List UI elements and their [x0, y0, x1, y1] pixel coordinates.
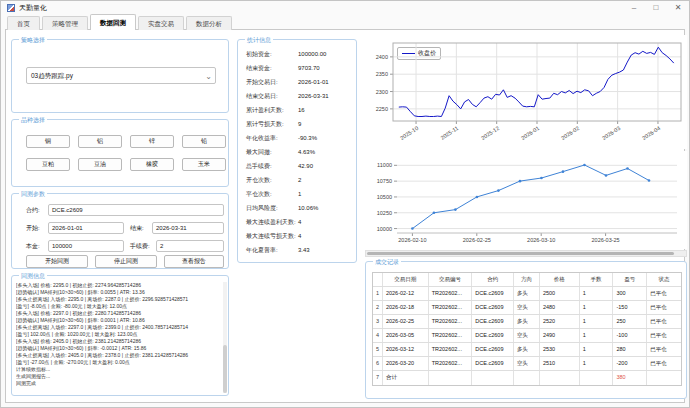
stat-row: 年化夏普率:3.43: [246, 246, 352, 260]
table-cell: 1: [580, 301, 614, 314]
stat-row: 开始交易日:2026-01-01: [246, 78, 352, 92]
table-cell: 250: [613, 315, 647, 328]
table-cell: [540, 371, 580, 385]
table-header-cell: 手数: [580, 273, 614, 286]
tab-live[interactable]: 实盘交易: [138, 16, 184, 30]
table-row[interactable]: 7合计380: [373, 371, 681, 385]
fee-input[interactable]: 2: [156, 240, 224, 252]
start-date-input[interactable]: 2026-01-01: [48, 222, 124, 234]
strategy-panel: 策略选择 03趋势跟踪.py ⌄: [11, 39, 229, 113]
table-cell: 2026-03-05: [383, 329, 429, 342]
table-cell: TR202602...: [429, 343, 473, 356]
y-tick-label: 10500: [365, 194, 392, 200]
variety-button-zinc[interactable]: 锌: [130, 135, 174, 148]
backtest-log[interactable]: [多头入场] 价格: 2295.0 | 初始止损: 2274.964285714…: [16, 282, 223, 393]
table-cell: TR202602...: [429, 301, 473, 314]
variety-panel: 品种选择 铜铝锌铅豆粕豆油橡胶玉米: [11, 119, 229, 187]
variety-button-soybean-meal[interactable]: 豆粕: [26, 158, 70, 171]
table-cell: [514, 371, 540, 385]
table-row[interactable]: 32026-02-25TR202602...DCE.c2609多头2520125…: [373, 315, 681, 329]
table-cell: 280: [613, 343, 647, 356]
stat-value: -90.3%: [298, 135, 317, 141]
log-line: [多头入场] 价格: 2295.0 | 初始止损: 2274.964285714…: [16, 282, 223, 289]
table-header-cell: 方向: [514, 273, 540, 286]
table-cell: 多头: [514, 343, 540, 356]
table-cell: TR202602...: [429, 329, 473, 342]
x-tick-label: 2026-03-25: [586, 237, 626, 243]
stat-row: 最大连续盈利天数:4: [246, 218, 352, 232]
table-row[interactable]: 42026-03-05TR202602...DCE.c2609空头24901-1…: [373, 329, 681, 343]
table-cell: TR202602...: [429, 287, 473, 300]
variety-button-rubber[interactable]: 橡胶: [130, 158, 174, 171]
tab-analysis[interactable]: 数据分析: [186, 16, 232, 30]
minimize-button[interactable]: –: [627, 2, 641, 13]
strategy-select[interactable]: 03趋势跟踪.py ⌄: [26, 67, 216, 84]
log-line: 生成回测报告...: [16, 373, 223, 380]
y-tick-label: 10250: [365, 210, 392, 216]
charts-hscrollbar[interactable]: [365, 250, 687, 257]
view-report-button[interactable]: 查看报告: [164, 255, 224, 268]
tab-strategy[interactable]: 策略管理: [42, 16, 88, 30]
table-header-row: 交易日期交易编号合约方向价格手数盈亏状态: [373, 273, 681, 287]
table-header-cell: 状态: [647, 273, 681, 286]
stat-row: 平仓次数:1: [246, 190, 352, 204]
contract-label: 合约:: [26, 206, 40, 215]
table-cell: 2500: [540, 287, 580, 300]
table-row[interactable]: 12026-02-12TR202602...DCE.c2609多头2500130…: [373, 287, 681, 301]
tab-backtest[interactable]: 数据回测: [90, 14, 136, 30]
end-date-label: 结束:: [130, 224, 144, 233]
table-row[interactable]: 62026-03-20TR202602...DCE.c2609空头25101-2…: [373, 357, 681, 371]
log-line: [多头入场] 价格: 2405.0 | 初始止损: 2381.214285714…: [16, 338, 223, 345]
stat-row: 累计亏损天数:9: [246, 120, 352, 134]
table-cell: 2: [373, 301, 383, 314]
table-cell: 380: [613, 371, 647, 385]
variety-button-aluminum[interactable]: 铝: [78, 135, 122, 148]
table-row[interactable]: 52026-03-12TR202602...DCE.c2609多头2530128…: [373, 343, 681, 357]
stats-panel: 统计信息 初始资金:100000.00结束资金:9703.70开始交易日:202…: [237, 39, 357, 263]
stat-value: 2026-03-31: [298, 93, 329, 99]
log-line: [多头止损离场] 入场价: 2295.0 | 离场价: 2287.0 | 止损价…: [16, 296, 223, 303]
stat-label: 最大连续亏损天数:: [246, 232, 298, 241]
y-tick-label: 2400: [365, 54, 388, 60]
table-cell: 1: [580, 343, 614, 356]
table-row[interactable]: 22026-02-18TR202602...DCE.c2609空头24801-1…: [373, 301, 681, 315]
table-cell: 2530: [540, 343, 580, 356]
y-tick-label: 2300: [365, 89, 388, 95]
table-cell: 4: [373, 329, 383, 342]
table-cell: 6: [373, 357, 383, 370]
trades-table: 交易日期交易编号合约方向价格手数盈亏状态12026-02-12TR202602.…: [372, 272, 682, 386]
start-backtest-button[interactable]: 开始回测: [26, 255, 88, 268]
variety-button-lead[interactable]: 铅: [182, 135, 226, 148]
variety-button-corn[interactable]: 玉米: [182, 158, 226, 171]
stat-row: 年化收益率:-90.3%: [246, 134, 352, 148]
stat-row: 最大连续亏损天数:4: [246, 232, 352, 246]
table-cell: DCE.c2609: [472, 329, 514, 342]
table-cell: DCE.c2609: [472, 287, 514, 300]
stat-label: 年化夏普率:: [246, 246, 298, 255]
table-cell: TR202602...: [429, 357, 473, 370]
y-tick-label: 2350: [365, 71, 388, 77]
stat-value: 16: [298, 107, 305, 113]
table-cell: DCE.c2609: [472, 315, 514, 328]
close-button[interactable]: ✕: [671, 2, 685, 13]
table-header-cell: [373, 273, 383, 286]
stop-backtest-button[interactable]: 停止回测: [95, 255, 157, 268]
stat-row: 开仓次数:2: [246, 176, 352, 190]
log-line: [多头止损离场] 入场价: 2297.0 | 离场价: 2399.0 | 止损价…: [16, 324, 223, 331]
table-cell: DCE.c2609: [472, 343, 514, 356]
variety-button-soybean-oil[interactable]: 豆油: [78, 158, 122, 171]
stat-label: 开仓次数:: [246, 176, 298, 185]
end-date-input[interactable]: 2026-03-31: [152, 222, 224, 234]
contract-input[interactable]: DCE.c2609: [48, 204, 224, 216]
capital-input[interactable]: 100000: [48, 240, 124, 252]
maximize-button[interactable]: □: [649, 2, 663, 13]
y-tick-label: 10750: [365, 178, 392, 184]
log-scrollbar[interactable]: [223, 282, 227, 393]
hscrollbar-thumb[interactable]: [367, 252, 674, 255]
tab-home[interactable]: 首页: [7, 16, 40, 30]
log-line: [趋势确认] MA排列(10>30>60) | 斜率: 0.0055 | ATR…: [16, 289, 223, 296]
variety-button-copper[interactable]: 铜: [26, 135, 70, 148]
table-cell: [429, 371, 473, 385]
y-tick-label: 2250: [365, 106, 388, 112]
table-cell: DCE.c2609: [472, 357, 514, 370]
